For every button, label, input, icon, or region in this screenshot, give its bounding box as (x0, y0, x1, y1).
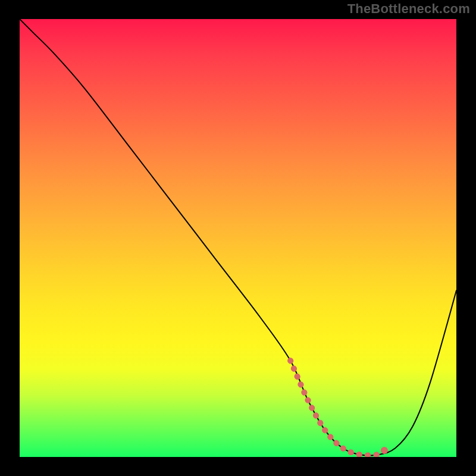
chart-frame: TheBottleneck.com (0, 0, 476, 476)
highlight-segment (290, 361, 378, 455)
curve-svg (20, 19, 456, 457)
bottleneck-curve (20, 19, 456, 456)
highlight-dot (381, 447, 388, 454)
watermark-text: TheBottleneck.com (347, 1, 470, 17)
plot-area (20, 19, 456, 457)
